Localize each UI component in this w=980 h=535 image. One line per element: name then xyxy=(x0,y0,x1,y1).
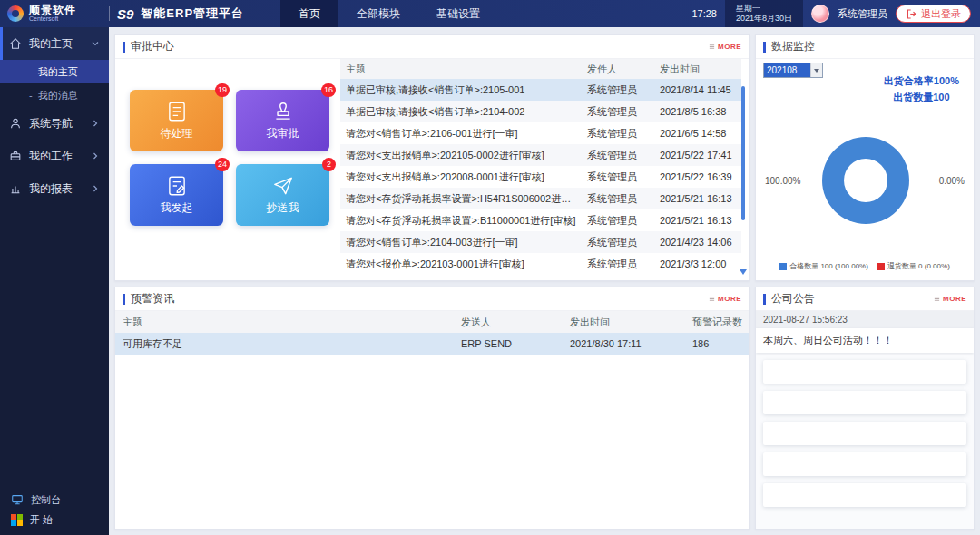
logout-button[interactable]: 退出登录 xyxy=(896,5,971,23)
console-icon xyxy=(11,493,24,506)
scrollbar-down-arrow[interactable] xyxy=(740,269,747,275)
cell-sender: 系统管理员 xyxy=(582,149,654,162)
dropdown-arrow-icon xyxy=(810,63,822,77)
tile-label: 我审批 xyxy=(267,126,299,141)
column-header-time: 发出时间 xyxy=(563,316,685,329)
column-header-sender: 发送人 xyxy=(454,316,563,329)
sidebar-item-my-home[interactable]: 我的主页 xyxy=(0,27,109,60)
legend-swatch-blue xyxy=(779,263,787,270)
column-header-time: 发出时间 xyxy=(654,63,741,76)
console-button[interactable]: 控制台 xyxy=(0,490,109,510)
tile-cc-me[interactable]: 2 抄送我 xyxy=(236,164,329,226)
start-button[interactable]: 开 始 xyxy=(0,510,109,530)
user-compass-icon xyxy=(9,117,22,130)
cell-subject: 请您对<存货浮动耗损率设置>:H54R1S006002进行[审核] xyxy=(340,192,582,206)
bar-chart-icon xyxy=(9,182,22,195)
more-link[interactable]: MORE xyxy=(934,295,966,303)
table-header-row: 主题 发送人 发出时间 预警记录数 xyxy=(115,311,749,333)
chart-label-left: 100.00% xyxy=(765,176,800,186)
username-label: 系统管理员 xyxy=(838,7,887,21)
table-row[interactable]: 单据已审核,请接收<销售订单>:2104-002 系统管理员 2021/8/5 … xyxy=(340,101,741,122)
cell-time: 2021/8/14 11:45 xyxy=(654,84,741,95)
sidebar-item-my-work[interactable]: 我的工作 xyxy=(0,140,109,172)
sidebar-item-label: 系统导航 xyxy=(29,116,73,131)
table-row[interactable]: 请您对<存货浮动耗损率设置>:H54R1S006002进行[审核] 系统管理员 … xyxy=(340,188,741,209)
sidebar-subitem-my-messages[interactable]: 我的消息 xyxy=(0,83,109,107)
scrollbar-thumb[interactable] xyxy=(741,86,745,220)
table-row[interactable]: 请您对<报价单>:202103-0001进行[审核] 系统管理员 2021/3/… xyxy=(340,253,741,275)
nav-tab-basic-settings[interactable]: 基础设置 xyxy=(418,0,498,27)
table-header-row: 主题 发件人 发出时间 xyxy=(340,59,741,79)
logo-subtitle: Centersoft xyxy=(29,15,76,23)
announcement-text: 本周六、周日公司活动！！！ xyxy=(756,328,974,353)
more-link[interactable]: MORE xyxy=(709,295,741,303)
cell-subject: 单据已审核,请接收<销售订单>:2104-002 xyxy=(340,105,582,119)
sidebar-item-label: 我的主页 xyxy=(29,36,73,52)
announcement-placeholder xyxy=(763,422,966,445)
cell-time: 2021/4/23 14:06 xyxy=(654,237,741,248)
cell-subject: 可用库存不足 xyxy=(115,337,454,351)
cell-sender: 系统管理员 xyxy=(582,83,654,97)
warning-info-panel: 预警资讯 MORE 主题 发送人 发出时间 预警记录数 可用库存不足 ERP S… xyxy=(114,287,750,530)
announcements-panel: 公司公告 MORE 2021-08-27 15:56:23 本周六、周日公司活动… xyxy=(755,287,975,530)
tile-initiated-by-me[interactable]: 24 我发起 xyxy=(130,164,223,226)
tile-my-approvals[interactable]: 16 我审批 xyxy=(236,90,329,151)
panel-header: 数据监控 xyxy=(756,35,974,59)
table-row[interactable]: 请您对<支出报销单>:202105-0002进行[审核] 系统管理员 2021/… xyxy=(340,144,741,166)
cell-time: 2021/5/21 16:13 xyxy=(654,193,741,204)
cell-time: 2021/6/5 14:58 xyxy=(654,128,741,139)
period-select[interactable]: 202108 xyxy=(763,63,823,78)
column-header-sender: 发件人 xyxy=(582,63,654,76)
sidebar-item-my-reports[interactable]: 我的报表 xyxy=(0,172,109,205)
badge-count: 19 xyxy=(215,83,230,97)
warning-table: 主题 发送人 发出时间 预警记录数 可用库存不足 ERP SEND 2021/8… xyxy=(115,311,749,355)
table-row[interactable]: 请您对<销售订单>:2106-001进行[一审] 系统管理员 2021/6/5 … xyxy=(340,122,741,144)
column-header-subject: 主题 xyxy=(115,316,454,329)
period-value: 202108 xyxy=(764,63,810,77)
panel-title: 预警资讯 xyxy=(131,291,174,306)
paper-plane-icon xyxy=(271,174,295,198)
chevron-right-icon xyxy=(91,151,100,160)
warning-row[interactable]: 可用库存不足 ERP SEND 2021/8/30 17:11 186 xyxy=(115,333,749,355)
cell-subject: 单据已审核,请接收<销售订单>:2105-001 xyxy=(340,83,582,97)
panel-title: 数据监控 xyxy=(771,39,815,54)
table-row[interactable]: 请您对<支出报销单>:202008-0001进行[审核] 系统管理员 2021/… xyxy=(340,166,741,188)
nav-tab-all-modules[interactable]: 全部模块 xyxy=(338,0,418,27)
app-logo: 顺景软件 Centersoft xyxy=(0,5,107,23)
table-row[interactable]: 请您对<销售订单>:2104-003进行[一审] 系统管理员 2021/4/23… xyxy=(340,231,741,253)
cell-sender: 系统管理员 xyxy=(582,127,654,141)
date-label: 2021年8月30日 xyxy=(736,14,792,24)
announcement-placeholder xyxy=(763,391,966,414)
divider xyxy=(109,6,110,21)
table-row[interactable]: 单据已审核,请接收<销售订单>:2105-001 系统管理员 2021/8/14… xyxy=(340,79,741,101)
cell-subject: 请您对<支出报销单>:202008-0001进行[审核] xyxy=(340,170,582,184)
legend-label: 合格数量 100 (100.00%) xyxy=(789,261,868,271)
sidebar-item-system-nav[interactable]: 系统导航 xyxy=(0,107,109,140)
start-icon xyxy=(11,514,23,526)
chevron-right-icon xyxy=(91,184,100,193)
more-link[interactable]: MORE xyxy=(709,43,741,51)
more-label: MORE xyxy=(718,43,741,51)
cell-time: 2021/5/22 16:39 xyxy=(654,171,741,182)
cell-sender: 系统管理员 xyxy=(582,258,654,271)
tile-label: 抄送我 xyxy=(267,200,299,216)
panel-title: 审批中心 xyxy=(131,39,174,54)
announcement-item[interactable]: 2021-08-27 15:56:23 本周六、周日公司活动！！！ xyxy=(756,311,974,353)
tile-label: 我发起 xyxy=(161,200,193,216)
more-label: MORE xyxy=(718,295,741,303)
clipboard-icon xyxy=(165,100,189,123)
sidebar-subitem-my-home[interactable]: 我的主页 xyxy=(0,60,109,83)
panel-header: 公司公告 MORE xyxy=(756,287,974,311)
tile-pending[interactable]: 19 待处理 xyxy=(130,90,223,151)
badge-count: 16 xyxy=(321,83,336,97)
table-row[interactable]: 请您对<存货浮动耗损率设置>:B11000001进行[审核] 系统管理员 202… xyxy=(340,209,741,231)
approval-tiles: 19 待处理 16 我审批 24 xyxy=(130,90,329,226)
nav-tab-home[interactable]: 首页 xyxy=(280,0,338,27)
user-avatar[interactable] xyxy=(811,5,829,23)
sidebar-footer: 控制台 开 始 xyxy=(0,490,109,530)
sidebar-subitem-label: 我的消息 xyxy=(38,89,78,102)
donut-chart xyxy=(822,137,909,224)
clock-time: 17:28 xyxy=(691,8,717,19)
cell-sender: ERP SEND xyxy=(454,338,563,349)
announcement-placeholder xyxy=(763,483,966,507)
